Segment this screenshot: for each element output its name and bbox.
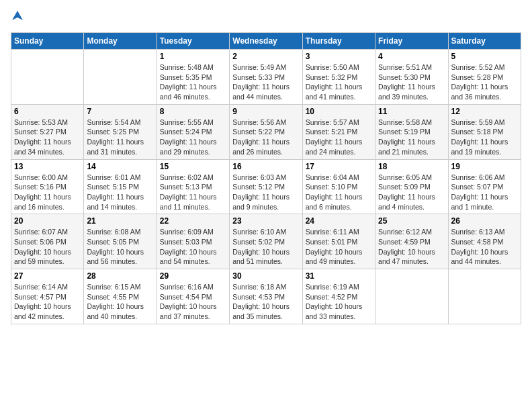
calendar-cell: 22Sunrise: 6:09 AMSunset: 5:03 PMDayligh… xyxy=(157,214,229,269)
calendar-cell: 29Sunrise: 6:16 AMSunset: 4:54 PMDayligh… xyxy=(157,269,229,324)
calendar-cell: 12Sunrise: 5:59 AMSunset: 5:18 PMDayligh… xyxy=(448,104,521,159)
calendar-cell: 11Sunrise: 5:58 AMSunset: 5:19 PMDayligh… xyxy=(375,104,448,159)
day-info: Sunrise: 5:56 AMSunset: 5:22 PMDaylight:… xyxy=(232,118,299,157)
day-info: Sunrise: 6:06 AMSunset: 5:07 PMDaylight:… xyxy=(451,173,518,212)
calendar-cell: 20Sunrise: 6:07 AMSunset: 5:06 PMDayligh… xyxy=(11,214,84,269)
weekday-header: Sunday xyxy=(11,33,84,50)
day-number: 24 xyxy=(306,216,372,226)
calendar-cell: 26Sunrise: 6:13 AMSunset: 4:58 PMDayligh… xyxy=(448,214,521,269)
day-info: Sunrise: 6:04 AMSunset: 5:10 PMDaylight:… xyxy=(306,173,372,212)
weekday-header: Saturday xyxy=(448,33,521,50)
calendar-cell: 7Sunrise: 5:54 AMSunset: 5:25 PMDaylight… xyxy=(84,104,157,159)
day-info: Sunrise: 6:01 AMSunset: 5:15 PMDaylight:… xyxy=(87,173,153,212)
day-number: 29 xyxy=(160,271,226,281)
day-number: 19 xyxy=(451,162,518,171)
day-number: 15 xyxy=(160,162,226,171)
day-info: Sunrise: 5:57 AMSunset: 5:21 PMDaylight:… xyxy=(306,118,372,157)
calendar-cell: 5Sunrise: 5:52 AMSunset: 5:28 PMDaylight… xyxy=(448,50,521,105)
svg-marker-0 xyxy=(12,11,23,20)
day-info: Sunrise: 6:02 AMSunset: 5:13 PMDaylight:… xyxy=(160,173,226,212)
day-number: 5 xyxy=(451,52,518,61)
calendar-cell: 25Sunrise: 6:12 AMSunset: 4:59 PMDayligh… xyxy=(375,214,448,269)
day-number: 12 xyxy=(451,107,518,116)
day-number: 3 xyxy=(306,52,372,61)
calendar-cell: 6Sunrise: 5:53 AMSunset: 5:27 PMDaylight… xyxy=(11,104,84,159)
day-number: 7 xyxy=(87,107,153,116)
calendar-cell: 9Sunrise: 5:56 AMSunset: 5:22 PMDaylight… xyxy=(230,104,302,159)
calendar-cell: 31Sunrise: 6:19 AMSunset: 4:52 PMDayligh… xyxy=(302,269,375,324)
logo-icon xyxy=(12,11,23,21)
day-info: Sunrise: 6:12 AMSunset: 4:59 PMDaylight:… xyxy=(378,227,445,267)
calendar-week-row: 13Sunrise: 6:00 AMSunset: 5:16 PMDayligh… xyxy=(11,159,521,214)
day-number: 16 xyxy=(232,162,299,171)
calendar-cell: 2Sunrise: 5:49 AMSunset: 5:33 PMDaylight… xyxy=(230,50,302,105)
calendar-cell: 23Sunrise: 6:10 AMSunset: 5:02 PMDayligh… xyxy=(230,214,302,269)
calendar-cell: 30Sunrise: 6:18 AMSunset: 4:53 PMDayligh… xyxy=(230,269,302,324)
weekday-header: Monday xyxy=(84,33,157,50)
calendar-week-row: 27Sunrise: 6:14 AMSunset: 4:57 PMDayligh… xyxy=(11,269,521,324)
day-info: Sunrise: 5:50 AMSunset: 5:32 PMDaylight:… xyxy=(306,62,372,102)
day-info: Sunrise: 6:10 AMSunset: 5:02 PMDaylight:… xyxy=(232,227,299,267)
calendar-cell: 14Sunrise: 6:01 AMSunset: 5:15 PMDayligh… xyxy=(84,159,157,214)
calendar-cell: 10Sunrise: 5:57 AMSunset: 5:21 PMDayligh… xyxy=(302,104,375,159)
day-number: 31 xyxy=(306,271,372,281)
day-info: Sunrise: 6:13 AMSunset: 4:58 PMDaylight:… xyxy=(451,227,518,267)
day-info: Sunrise: 5:58 AMSunset: 5:19 PMDaylight:… xyxy=(378,118,445,157)
calendar-cell: 13Sunrise: 6:00 AMSunset: 5:16 PMDayligh… xyxy=(11,159,84,214)
day-info: Sunrise: 5:51 AMSunset: 5:30 PMDaylight:… xyxy=(378,62,445,102)
day-info: Sunrise: 5:54 AMSunset: 5:25 PMDaylight:… xyxy=(87,118,153,157)
day-number: 23 xyxy=(232,216,299,226)
calendar-cell: 27Sunrise: 6:14 AMSunset: 4:57 PMDayligh… xyxy=(11,269,84,324)
calendar-header-row: SundayMondayTuesdayWednesdayThursdayFrid… xyxy=(11,33,521,50)
calendar-cell: 1Sunrise: 5:48 AMSunset: 5:35 PMDaylight… xyxy=(157,50,229,105)
calendar-week-row: 6Sunrise: 5:53 AMSunset: 5:27 PMDaylight… xyxy=(11,104,521,159)
day-info: Sunrise: 6:08 AMSunset: 5:05 PMDaylight:… xyxy=(87,227,153,267)
day-info: Sunrise: 6:14 AMSunset: 4:57 PMDaylight:… xyxy=(14,282,81,322)
calendar-cell xyxy=(11,50,84,105)
day-number: 11 xyxy=(378,107,445,116)
day-number: 18 xyxy=(378,162,445,171)
calendar-cell: 8Sunrise: 5:55 AMSunset: 5:24 PMDaylight… xyxy=(157,104,229,159)
day-number: 27 xyxy=(14,271,81,281)
calendar-cell: 21Sunrise: 6:08 AMSunset: 5:05 PMDayligh… xyxy=(84,214,157,269)
day-number: 28 xyxy=(87,271,153,281)
day-number: 17 xyxy=(306,162,372,171)
logo xyxy=(11,11,23,24)
day-info: Sunrise: 6:18 AMSunset: 4:53 PMDaylight:… xyxy=(232,282,299,322)
weekday-header: Wednesday xyxy=(230,33,302,50)
day-number: 26 xyxy=(451,216,518,226)
day-info: Sunrise: 6:15 AMSunset: 4:55 PMDaylight:… xyxy=(87,282,153,322)
day-number: 8 xyxy=(160,107,226,116)
day-info: Sunrise: 6:03 AMSunset: 5:12 PMDaylight:… xyxy=(232,173,299,212)
day-info: Sunrise: 5:53 AMSunset: 5:27 PMDaylight:… xyxy=(14,118,81,157)
calendar-cell: 3Sunrise: 5:50 AMSunset: 5:32 PMDaylight… xyxy=(302,50,375,105)
day-number: 4 xyxy=(378,52,445,61)
day-number: 14 xyxy=(87,162,153,171)
day-info: Sunrise: 5:49 AMSunset: 5:33 PMDaylight:… xyxy=(232,62,299,102)
day-info: Sunrise: 6:09 AMSunset: 5:03 PMDaylight:… xyxy=(160,227,226,267)
weekday-header: Tuesday xyxy=(157,33,229,50)
day-number: 6 xyxy=(14,107,81,116)
day-number: 21 xyxy=(87,216,153,226)
page-header xyxy=(11,11,521,24)
calendar-week-row: 20Sunrise: 6:07 AMSunset: 5:06 PMDayligh… xyxy=(11,214,521,269)
day-info: Sunrise: 5:48 AMSunset: 5:35 PMDaylight:… xyxy=(160,62,226,102)
day-info: Sunrise: 5:55 AMSunset: 5:24 PMDaylight:… xyxy=(160,118,226,157)
calendar-cell: 15Sunrise: 6:02 AMSunset: 5:13 PMDayligh… xyxy=(157,159,229,214)
weekday-header: Thursday xyxy=(302,33,375,50)
day-info: Sunrise: 6:11 AMSunset: 5:01 PMDaylight:… xyxy=(306,227,372,267)
calendar-cell: 16Sunrise: 6:03 AMSunset: 5:12 PMDayligh… xyxy=(230,159,302,214)
calendar-cell: 4Sunrise: 5:51 AMSunset: 5:30 PMDaylight… xyxy=(375,50,448,105)
calendar-cell xyxy=(84,50,157,105)
day-number: 22 xyxy=(160,216,226,226)
day-number: 10 xyxy=(306,107,372,116)
calendar-cell: 24Sunrise: 6:11 AMSunset: 5:01 PMDayligh… xyxy=(302,214,375,269)
day-info: Sunrise: 6:00 AMSunset: 5:16 PMDaylight:… xyxy=(14,173,81,212)
day-number: 30 xyxy=(232,271,299,281)
day-info: Sunrise: 6:07 AMSunset: 5:06 PMDaylight:… xyxy=(14,227,81,267)
day-number: 20 xyxy=(14,216,81,226)
calendar-cell: 28Sunrise: 6:15 AMSunset: 4:55 PMDayligh… xyxy=(84,269,157,324)
day-info: Sunrise: 6:05 AMSunset: 5:09 PMDaylight:… xyxy=(378,173,445,212)
day-info: Sunrise: 6:19 AMSunset: 4:52 PMDaylight:… xyxy=(306,282,372,322)
day-number: 2 xyxy=(232,52,299,61)
